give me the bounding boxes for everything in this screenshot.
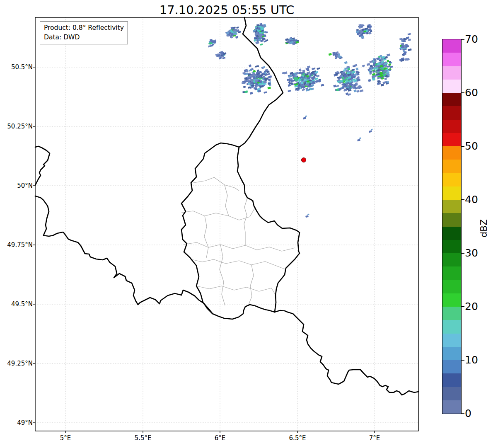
admin-border-line [184,242,295,251]
colorbar-segment [442,66,461,80]
country-border-line [35,146,50,185]
colorbar-tick-mark [462,413,464,414]
colorbar-segment [442,39,461,53]
colorbar-segment [442,227,461,240]
radar-echo-cell [387,53,390,56]
admin-border-line [225,185,229,216]
admin-border-line [204,216,208,258]
radar-echo-cell [268,78,271,81]
colorbar-tick-label: 0 [465,407,471,420]
radar-echo-cell [408,33,411,36]
radar-echo-cell [351,69,355,71]
admin-border-line [190,259,285,269]
admin-borders [181,177,295,305]
radar-echo-cell [254,39,256,41]
radar-map-page: 17.10.2025 05:55 UTC Product: 0.8° Refle… [0,0,498,448]
radar-echo-cell [302,70,305,72]
colorbar-segment [442,200,461,213]
admin-border-line [249,265,254,305]
radar-echo-cell [244,90,248,93]
colorbar-tick-label: 60 [465,87,478,99]
colorbar-tick-mark [462,360,464,361]
axes-frame [35,17,418,431]
radar-echo-cell [329,53,332,56]
colorbar-segment [442,280,461,293]
radar-echo-cell [267,87,271,89]
colorbar-segment [442,120,461,133]
colorbar-segment [442,387,461,400]
admin-border-line [244,198,247,245]
radar-echo-cell [355,68,358,70]
radar-echo-cell [321,84,324,86]
radar-echo-speck [307,214,309,216]
admin-border-line [196,286,275,294]
radar-echo-cell [299,68,302,71]
radar-echo-cell [360,90,363,92]
radar-echo-cell [312,68,315,70]
x-tick-label: 6.5°E [289,434,306,442]
radar-echo-cell [381,84,384,87]
colorbar-tick-mark [462,199,464,200]
colorbar-segment [442,320,461,333]
radar-echo-cell [236,27,239,29]
radar-echo-cell [368,31,371,34]
radar-echo-speck [359,138,361,139]
admin-border-line [220,245,225,305]
y-tick-label: 50°N [0,182,33,190]
radar-echo-cell [250,92,253,94]
radar-echo-cell [408,39,411,41]
radar-echo-cell [260,44,263,46]
radar-echo-speck [357,139,360,141]
country-border-line [35,196,213,314]
y-tick-label: 49.5°N [0,300,33,308]
radar-echo-cell [377,82,381,85]
colorbar-segment [442,266,461,280]
colorbar-segment [442,146,461,160]
radar-echo-cell [362,65,365,67]
data-source-line: Data: DWD [44,33,124,42]
grid-lines [35,17,418,431]
y-tick-label: 50.5°N [0,63,33,71]
colorbar-segment [442,360,461,373]
colorbar-axis-label: dBZ [478,210,490,247]
colorbar-tick-label: 20 [465,300,478,313]
colorbar-tick-label: 10 [465,354,478,366]
colorbar-segment [442,373,461,387]
radar-echo-speck [369,130,372,133]
radar-echo-cell [369,73,372,75]
colorbar-segment [442,307,461,320]
radar-echo-cell [264,91,267,94]
radar-echo-cell [408,48,411,51]
colorbar-segment [442,106,461,119]
radar-echo-speck [371,129,373,131]
radar-echo-cell [316,80,319,83]
radar-echo-cell [368,79,371,82]
radar-echo-cell [249,64,251,67]
colorbar-segment [442,213,461,226]
radar-echo-cell [290,78,293,80]
country-borders [35,17,418,395]
colorbar-segment [442,240,461,253]
colorbar-segment [442,293,461,307]
colorbar-tick-label: 30 [465,247,478,259]
radar-echo-cell [235,36,238,39]
radar-site-marker [302,158,306,162]
colorbar-segment [442,173,461,186]
colorbar-segment [442,334,461,347]
colorbar-segment [442,93,461,106]
colorbar-tick-label: 50 [465,140,478,153]
radar-echo-cell [335,57,337,59]
radar-echo-cell [367,63,370,66]
colorbar-segment [442,347,461,360]
colorbar-segment [442,53,461,66]
radar-echo-cell [242,82,245,84]
radar-echo-cell [356,90,359,92]
radar-echo-cell [219,57,221,59]
radar-echo-cell [369,61,373,63]
x-tick-label: 5°E [60,434,71,442]
colorbar-segment [442,133,461,146]
admin-border-line [191,177,239,191]
y-tick-label: 49.25°N [0,359,33,368]
plot-title: 17.10.2025 05:55 UTC [35,3,418,17]
x-tick-label: 7°E [369,434,380,442]
